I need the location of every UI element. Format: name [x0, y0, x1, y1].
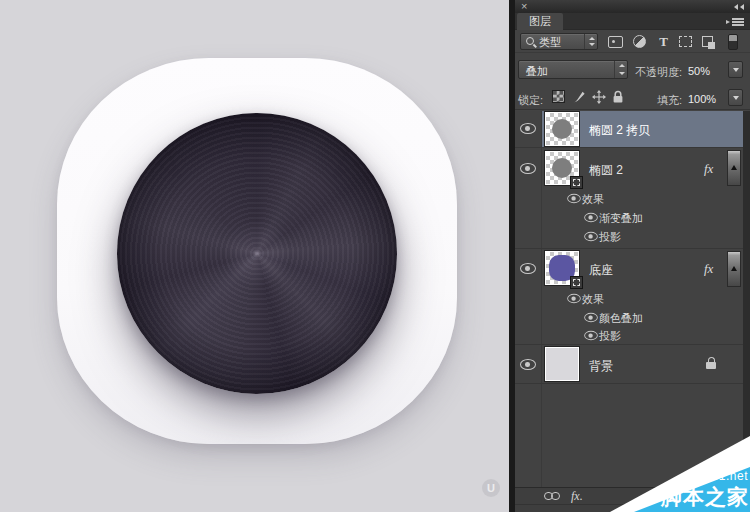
- visibility-eye-icon[interactable]: [520, 359, 536, 370]
- layer-name: 底座: [589, 262, 613, 279]
- vector-mask-badge: [570, 276, 583, 289]
- layer-thumbnail[interactable]: [545, 251, 579, 285]
- lock-image-pixels-icon[interactable]: [572, 90, 586, 104]
- canvas-ghost-watermark: U: [482, 479, 500, 497]
- blend-mode-dropdown[interactable]: 叠加: [518, 60, 628, 79]
- effect-name: 渐变叠加: [599, 211, 643, 226]
- collapse-effects-button[interactable]: [727, 150, 741, 186]
- filter-type-dropdown[interactable]: 类型: [520, 33, 598, 50]
- visibility-eye-icon[interactable]: [584, 232, 598, 241]
- effect-name: 投影: [599, 329, 621, 344]
- visibility-eye-icon[interactable]: [567, 294, 581, 303]
- fill-value[interactable]: 100%: [688, 93, 716, 105]
- vector-mask-badge: [570, 176, 583, 189]
- dropdown-spinner-icon: [584, 34, 597, 49]
- brushed-metal-disc: [117, 113, 397, 394]
- filter-toggle[interactable]: [726, 35, 741, 49]
- scrollbar-track[interactable]: [743, 111, 750, 487]
- layers-panel: × 图层 类型 T 叠加 不透明度: 50% 锁定:: [515, 0, 750, 512]
- smart-object-filter-icon[interactable]: [701, 35, 716, 49]
- blend-mode-value: 叠加: [526, 64, 548, 79]
- effects-title: 效果: [582, 292, 604, 307]
- tab-layers[interactable]: 图层: [517, 13, 563, 30]
- filter-type-label: 类型: [539, 36, 561, 49]
- effect-name: 投影: [599, 230, 621, 245]
- fx-badge[interactable]: fx: [704, 161, 713, 177]
- add-layer-style-button[interactable]: fx.: [571, 489, 583, 504]
- layer-name: 椭圆 2 拷贝: [589, 122, 650, 139]
- type-filter-icon[interactable]: T: [656, 35, 671, 49]
- layer-filter-row: 类型 T: [515, 31, 750, 53]
- panel-menu-icon[interactable]: [726, 18, 744, 26]
- layer-thumbnail[interactable]: [545, 112, 579, 146]
- dropdown-spinner-icon: [614, 61, 627, 78]
- collapse-panel-icon[interactable]: [734, 4, 746, 10]
- opacity-label: 不透明度:: [635, 65, 682, 80]
- canvas-area[interactable]: U: [0, 0, 509, 512]
- panel-tab-bar: 图层: [515, 13, 750, 30]
- visibility-eye-icon[interactable]: [520, 163, 536, 174]
- layer-row-ellipse2[interactable]: 椭圆 2 fx: [515, 148, 743, 188]
- close-panel-button[interactable]: ×: [521, 0, 527, 13]
- effect-name: 颜色叠加: [599, 311, 643, 326]
- row-divider: [515, 383, 743, 384]
- lock-row: 锁定: 填充: 100%: [515, 85, 750, 110]
- visibility-eye-icon[interactable]: [520, 263, 536, 274]
- lock-all-icon[interactable]: [612, 90, 626, 104]
- layer-thumbnail[interactable]: [545, 347, 579, 381]
- visibility-eye-icon[interactable]: [584, 313, 598, 322]
- layer-row-ellipse2-copy[interactable]: 椭圆 2 拷贝: [515, 111, 743, 147]
- layer-row-base[interactable]: 底座 fx: [515, 249, 743, 288]
- lock-label: 锁定:: [518, 93, 543, 108]
- layer-name: 椭圆 2: [589, 162, 623, 179]
- lock-position-icon[interactable]: [592, 90, 606, 104]
- background-lock-icon: [705, 357, 717, 370]
- visibility-eye-icon[interactable]: [584, 331, 598, 340]
- layer-name: 背景: [589, 358, 613, 375]
- layer-row-background[interactable]: 背景: [515, 345, 743, 383]
- fx-badge[interactable]: fx: [704, 261, 713, 277]
- blend-mode-row: 叠加 不透明度: 50%: [515, 57, 750, 82]
- lock-transparent-pixels-icon[interactable]: [552, 90, 566, 104]
- opacity-value[interactable]: 50%: [688, 65, 710, 77]
- layer-thumbnail[interactable]: [545, 151, 579, 185]
- effects-title: 效果: [582, 192, 604, 207]
- layers-list: 椭圆 2 拷贝 椭圆 2 fx 效果 渐变叠加 投影: [515, 111, 750, 487]
- pixel-filter-icon[interactable]: [608, 35, 623, 49]
- link-layers-icon[interactable]: [544, 492, 561, 501]
- visibility-eye-icon[interactable]: [520, 123, 536, 134]
- shape-filter-icon[interactable]: [678, 35, 693, 49]
- adjustment-filter-icon[interactable]: [632, 35, 647, 49]
- search-icon: [526, 37, 534, 45]
- panel-title-strip: ×: [515, 0, 750, 13]
- collapse-effects-button[interactable]: [727, 251, 741, 287]
- panel-footer: fx.: [515, 487, 750, 512]
- visibility-eye-icon[interactable]: [584, 213, 598, 222]
- fill-label: 填充:: [657, 93, 682, 108]
- visibility-eye-icon[interactable]: [567, 194, 581, 203]
- opacity-dropdown-button[interactable]: [728, 61, 743, 78]
- fill-dropdown-button[interactable]: [728, 89, 743, 106]
